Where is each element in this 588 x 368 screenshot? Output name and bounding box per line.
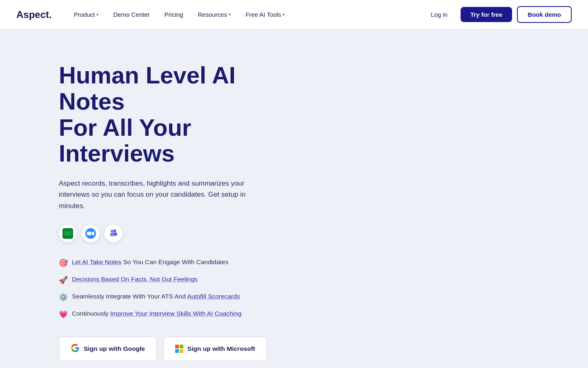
nav-demo-center[interactable]: Demo Center [107, 8, 155, 21]
feature-ai-notes: 🎯 Let AI Take Notes So You Can Engage Wi… [59, 257, 296, 269]
integrate-icon: ⚙️ [59, 292, 68, 303]
svg-point-10 [111, 230, 114, 233]
hero-section: Human Level AI Notes For All Your Interv… [0, 29, 588, 368]
login-button[interactable]: Log in [423, 8, 456, 21]
nav-actions: Log in Try for free Book demo [423, 6, 572, 23]
signup-microsoft-button[interactable]: Sign up with Microsoft [163, 337, 267, 361]
svg-marker-6 [87, 231, 91, 235]
hero-left: Human Level AI Notes For All Your Interv… [59, 62, 296, 368]
nav-resources[interactable]: Resources ▾ [192, 8, 236, 21]
book-demo-button[interactable]: Book demo [517, 6, 572, 23]
feature-decisions: 🚀 Decisions Based On Facts, Not Gut Feel… [59, 274, 296, 286]
svg-point-8 [114, 229, 116, 232]
chevron-down-icon: ▾ [96, 12, 98, 17]
nav-product[interactable]: Product ▾ [68, 8, 105, 21]
nav-free-ai-tools[interactable]: Free AI Tools ▾ [240, 8, 290, 21]
feature-coaching: 💗 Continuously Improve Your Interview Sk… [59, 309, 296, 320]
logo[interactable]: Aspect. [16, 9, 52, 20]
autofill-link[interactable]: Autofill Scorecards [187, 293, 240, 300]
try-free-button[interactable]: Try for free [461, 7, 512, 22]
decisions-icon: 🚀 [59, 275, 68, 286]
navbar: Aspect. Product ▾ Demo Center Pricing Re… [0, 0, 588, 29]
cta-buttons: Sign up with Google Sign up with Microso… [59, 337, 296, 361]
coaching-link[interactable]: Improve Your Interview Skills With AI Co… [110, 310, 241, 317]
hero-subtitle: Aspect records, transcribes, highlights … [59, 178, 255, 211]
feature-list: 🎯 Let AI Take Notes So You Can Engage Wi… [59, 257, 296, 320]
feature-integrate: ⚙️ Seamlessly Integrate With Your ATS An… [59, 292, 296, 303]
nav-pricing[interactable]: Pricing [159, 8, 189, 21]
microsoft-logo-icon [175, 345, 183, 353]
svg-rect-11 [110, 233, 114, 236]
ai-notes-icon: 🎯 [59, 258, 68, 269]
chevron-down-icon: ▾ [283, 12, 285, 17]
decisions-link[interactable]: Decisions Based On Facts, Not Gut Feelin… [72, 276, 198, 283]
coaching-icon: 💗 [59, 309, 68, 320]
nav-links: Product ▾ Demo Center Pricing Resources … [68, 8, 423, 21]
ai-notes-link[interactable]: Let AI Take Notes [72, 258, 121, 265]
ms-teams-icon [105, 224, 122, 242]
google-logo-icon [71, 343, 80, 354]
google-meet-icon [59, 224, 77, 242]
hero-title: Human Level AI Notes For All Your Interv… [59, 62, 296, 166]
signup-google-button[interactable]: Sign up with Google [59, 337, 157, 361]
integration-icons [59, 224, 296, 242]
zoom-icon [82, 224, 100, 242]
chevron-down-icon: ▾ [229, 12, 231, 17]
svg-rect-3 [64, 231, 69, 236]
